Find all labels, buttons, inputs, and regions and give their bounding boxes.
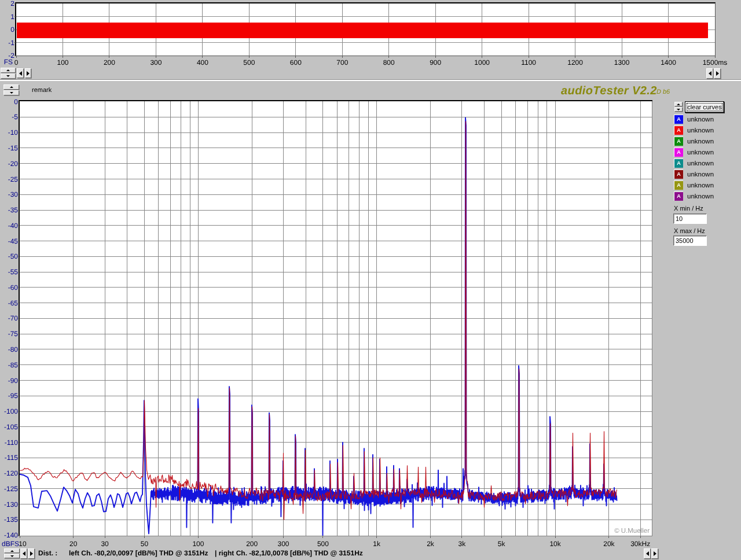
svg-text:5k: 5k [498,540,506,548]
svg-text:0: 0 [14,58,19,67]
svg-text:-135: -135 [4,515,18,524]
svg-text:dBFS: dBFS [2,540,19,548]
svg-text:900: 900 [430,58,441,67]
svg-text:-140: -140 [4,531,18,539]
svg-text:1100: 1100 [521,58,536,67]
svg-text:© U.Mueller: © U.Mueller [614,528,650,535]
svg-text:1200: 1200 [567,58,583,67]
svg-text:-70: -70 [8,314,19,322]
svg-text:800: 800 [383,58,395,67]
svg-text:-40: -40 [8,222,19,230]
svg-text:-110: -110 [5,439,18,447]
svg-text:2: 2 [10,0,14,8]
svg-text:FS: FS [4,58,13,66]
svg-text:-30: -30 [8,190,19,198]
svg-text:200: 200 [104,58,115,67]
svg-text:-105: -105 [4,423,18,431]
svg-text:-130: -130 [4,500,18,509]
svg-text:1k: 1k [373,540,381,548]
svg-text:0: 0 [10,25,14,34]
svg-text:300: 300 [277,540,289,548]
svg-text:-125: -125 [4,485,18,493]
svg-text:-45: -45 [8,237,19,245]
svg-text:| right Ch. -82,1/0,0078 [dB/%: | right Ch. -82,1/0,0078 [dB/%] THD @ 31… [215,549,363,557]
svg-text:-1: -1 [8,39,14,47]
svg-text:audioTester V2.2: audioTester V2.2 [561,84,657,97]
svg-text:400: 400 [197,58,208,67]
svg-text:-10: -10 [8,128,19,137]
svg-text:-115: -115 [5,454,18,462]
svg-text:20k: 20k [603,540,615,548]
svg-text:1400: 1400 [661,58,676,67]
svg-text:600: 600 [290,58,302,67]
svg-text:300: 300 [150,58,162,67]
svg-text:-25: -25 [8,175,19,183]
svg-text:100: 100 [192,540,204,548]
svg-text:30: 30 [101,540,109,548]
svg-text:-85: -85 [8,361,19,369]
svg-text:1: 1 [10,13,14,21]
svg-text:-90: -90 [8,377,19,385]
svg-text:-120: -120 [4,469,18,477]
svg-text:3k: 3k [458,540,466,548]
svg-text:100: 100 [57,58,68,67]
svg-text:200: 200 [246,540,258,548]
svg-text:-95: -95 [8,392,19,400]
svg-text:-100: -100 [4,407,18,415]
svg-text:left Ch. -80,2/0,0097 [dB/%] T: left Ch. -80,2/0,0097 [dB/%] THD @ 3151H… [69,549,208,557]
svg-text:-50: -50 [8,252,19,260]
svg-text:10: 10 [19,540,27,548]
svg-text:-80: -80 [8,345,19,353]
svg-text:700: 700 [336,58,348,67]
svg-text:-5: -5 [12,113,18,121]
svg-text:-60: -60 [8,283,19,292]
svg-text:-75: -75 [8,330,19,338]
svg-text:-55: -55 [8,268,19,276]
svg-text:Dist. :: Dist. : [38,549,57,557]
svg-text:-15: -15 [8,144,19,152]
svg-text:1000: 1000 [474,58,490,67]
svg-text:D b6: D b6 [656,89,670,95]
svg-text:-65: -65 [8,299,19,307]
svg-text:-35: -35 [8,206,19,214]
svg-text:2k: 2k [427,540,435,548]
svg-text:10k: 10k [549,540,561,548]
svg-text:500: 500 [243,58,255,67]
svg-text:500: 500 [317,540,329,548]
svg-text:remark: remark [32,87,52,94]
svg-text:30kHz: 30kHz [630,540,650,548]
svg-text:0: 0 [14,98,18,106]
svg-text:1500ms: 1500ms [703,58,728,67]
svg-text:-20: -20 [8,160,19,168]
svg-text:1300: 1300 [614,58,630,67]
svg-text:20: 20 [69,540,78,548]
svg-text:50: 50 [141,540,149,548]
